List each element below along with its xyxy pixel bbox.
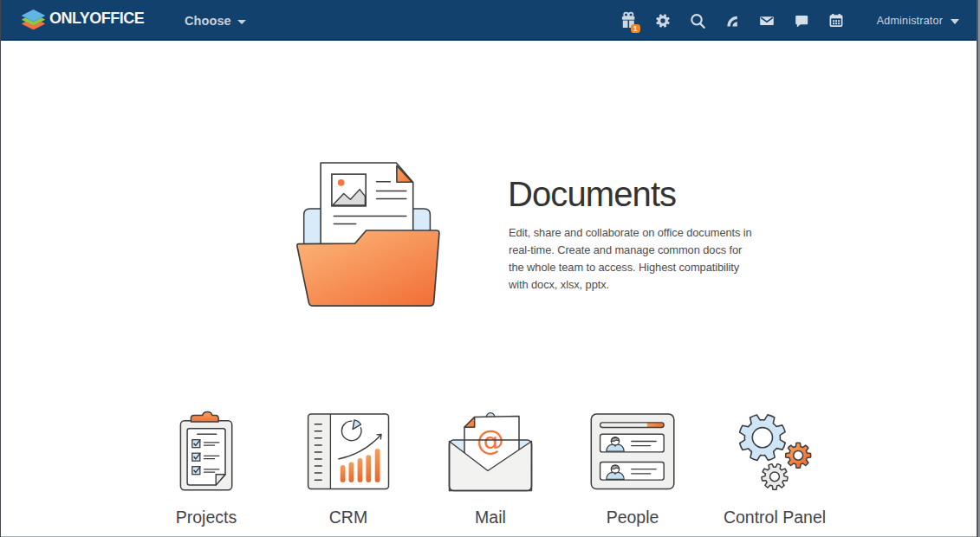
people-icon (587, 411, 678, 492)
calendar-icon (826, 10, 847, 32)
chat-button[interactable] (784, 0, 819, 41)
feed-icon (722, 10, 743, 31)
module-label-crm: CRM (277, 507, 419, 527)
module-label-control-panel: Control Panel (704, 507, 846, 527)
top-navbar: ONLYOFFICE Choose 1 (0, 0, 980, 41)
page-title: Documents (508, 173, 676, 215)
chat-icon (791, 10, 812, 31)
description-line: real-time. Create and manage common docs… (509, 242, 752, 259)
description-line: with docx, xlsx, pptx. (509, 276, 752, 294)
chevron-down-icon (951, 19, 959, 24)
gear-icon (652, 10, 673, 31)
module-projects[interactable]: Projects (135, 411, 277, 537)
mail-button[interactable] (750, 0, 784, 41)
gift-button[interactable]: 1 (611, 0, 646, 41)
crm-icon (305, 411, 392, 492)
module-label-mail: Mail (419, 507, 561, 527)
mail-icon (756, 10, 777, 31)
module-people[interactable]: People (561, 411, 704, 537)
module-mail[interactable]: @ Mail (419, 411, 561, 537)
settings-button[interactable] (646, 0, 680, 41)
onlyoffice-logo-icon (21, 10, 46, 32)
user-menu[interactable]: Administrator (877, 0, 959, 41)
description-line: Edit, share and collaborate on office do… (509, 224, 752, 242)
description-line: the whole team to access. Highest compat… (509, 259, 752, 276)
projects-icon (170, 411, 243, 492)
page-description: Edit, share and collaborate on office do… (509, 224, 752, 294)
documents-illustration (295, 156, 446, 310)
search-icon (687, 10, 708, 31)
module-control-panel[interactable]: Control Panel (704, 411, 846, 537)
chevron-down-icon (237, 20, 246, 24)
notification-badge: 1 (631, 24, 640, 33)
module-label-people: People (561, 507, 704, 527)
search-button[interactable] (680, 0, 715, 41)
choose-menu[interactable]: Choose (185, 0, 246, 41)
mail-module-icon: @ (445, 411, 535, 494)
user-name: Administrator (877, 15, 943, 27)
calendar-button[interactable] (819, 0, 853, 41)
window-border-left (0, 0, 1, 537)
module-crm[interactable]: CRM (277, 411, 419, 537)
feed-button[interactable] (715, 0, 750, 41)
control-panel-icon (728, 411, 821, 492)
onlyoffice-logo-text: ONLYOFFICE (49, 10, 144, 28)
module-label-projects: Projects (135, 507, 277, 527)
